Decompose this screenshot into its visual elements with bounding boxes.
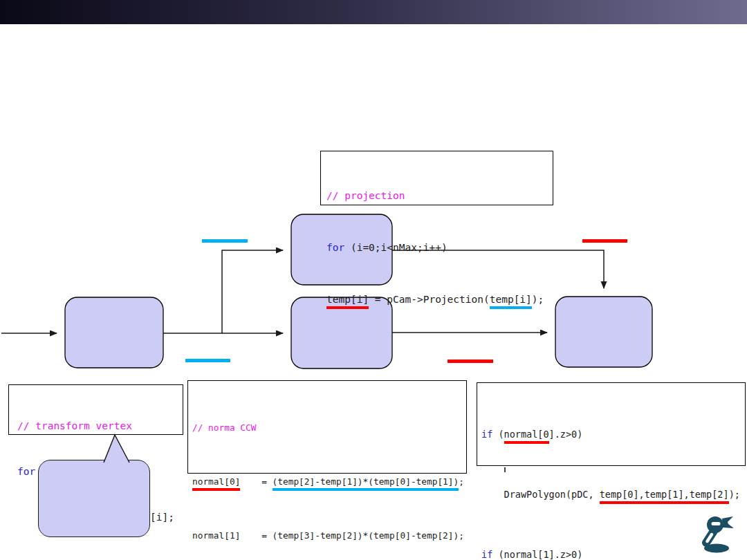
code-line: temp[i] = pCam->Projection(temp[i]); [326,291,547,308]
code-text: ].z>0) [549,429,583,440]
keyword-for: for [17,466,35,477]
code-box-projection: // projection for (i=0;i<nMax;i++) temp[… [320,151,553,205]
code-box-transform-vertex: // transform vertex for (i=0;i<nMax;i++)… [8,384,183,435]
code-comment: // norma CCW [192,419,463,437]
robot-arm-logo-icon [697,514,739,554]
code-text: ( [492,429,504,440]
code-text: DrawPolygon(pDC, [481,489,600,500]
code-line: if (normal[0].z>0) [481,424,741,445]
callout-bubble [38,460,150,537]
code-text: (temp[3]-temp[2])*(temp[0]-temp[2]) [273,530,459,541]
code-line: DrawPolygon(pDC, temp[0],temp[1],temp[2]… [481,485,741,505]
cyan-highlight-bar-bottom [185,359,230,362]
code-text: (i=0;i<nMax;i++) [344,242,447,253]
keyword-if: if [481,429,492,440]
code-line: normal[0] = (temp[2]-temp[1])*(temp[0]-t… [192,473,463,491]
callout-tail [97,433,138,464]
code-text: = [240,476,272,487]
code-text: = [240,530,272,541]
text-cursor-mark [504,467,506,472]
code-comment: // transform vertex [17,418,178,433]
code-text: ; [459,476,464,487]
code-text: ); [532,294,544,305]
code-text: ); [729,489,740,500]
code-line: normal[1] = (temp[3]-temp[2])*(temp[0]-t… [192,527,463,545]
slide-canvas: // projection for (i=0;i<nMax;i++) temp[… [0,0,747,560]
arrow-left-to-top [163,250,283,333]
code-text: (normal[1].z>0) [492,549,582,560]
flow-box-left [65,297,163,368]
code-text: = pCam->Projection( [369,294,490,305]
code-text: normal[1] [192,530,240,541]
code-box-normals: // norma CCW normal[0] = (temp[2]-temp[1… [187,380,467,474]
flow-box-right [555,297,652,367]
red-highlight-bar-top [582,239,627,243]
keyword-for: for [326,242,344,253]
header-gradient-bar [0,0,747,24]
cyan-underlined-token: (temp[2]-temp[1])*(temp[0]-temp[1]) [273,476,459,491]
code-box-drawpolygon: if (normal[0].z>0) DrawPolygon(pDC, temp… [477,382,746,466]
code-comment: // projection [326,187,547,205]
cyan-underlined-token: temp[i] [490,294,532,309]
code-text: ; [459,530,464,541]
red-underlined-token: temp[i] [326,294,369,309]
red-underlined-token: temp[0],temp[1],temp[2] [600,489,729,504]
code-line: for (i=0;i<nMax;i++) [326,239,547,256]
red-underlined-token: normal[0] [192,476,240,491]
cyan-highlight-bar-top [202,239,248,243]
red-underlined-token: normal[0 [504,429,549,444]
keyword-if: if [481,549,492,560]
red-highlight-bar-bottom [448,360,493,363]
